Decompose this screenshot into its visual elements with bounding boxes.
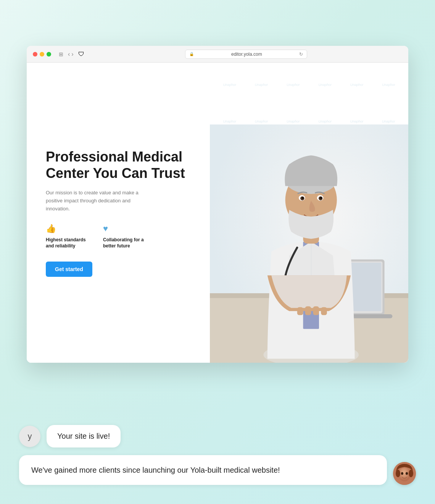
get-started-button[interactable]: Get started [46, 262, 92, 277]
hero-section: Professional Medical Center You Can Trus… [27, 63, 408, 363]
maximize-button[interactable] [47, 52, 51, 57]
forward-button[interactable]: › [71, 51, 73, 58]
svg-point-29 [406, 472, 408, 475]
svg-point-28 [401, 472, 403, 475]
back-button[interactable]: ‹ [68, 51, 70, 58]
feature-collaboration: ♥ Collaborating for a better future [103, 224, 149, 250]
site-live-bubble: Your site is live! [47, 425, 121, 447]
browser-toolbar: ⊞ ‹ › 🛡 🔒 editor.yola.com ↻ [27, 46, 408, 63]
nav-arrows: ‹ › [68, 51, 74, 58]
reload-icon[interactable]: ↻ [299, 52, 303, 57]
svg-point-27 [409, 470, 413, 477]
user-avatar-svg [393, 462, 416, 485]
thumbsup-icon: 👍 [46, 224, 92, 234]
feature-standards: 👍 Highest standards and reliability [46, 224, 92, 250]
hero-right: Unaphor Unaphor Unaphor Unaphor Unaphor … [210, 63, 408, 363]
svg-point-18 [302, 197, 303, 199]
browser-content: Professional Medical Center You Can Trus… [27, 63, 408, 363]
svg-rect-22 [313, 306, 319, 315]
shield-icon: 🛡 [78, 51, 86, 58]
yola-logo-letter: y [28, 431, 32, 441]
svg-point-19 [320, 197, 322, 199]
svg-point-25 [398, 468, 411, 481]
site-live-row: y Your site is live! [19, 425, 416, 447]
svg-rect-20 [297, 307, 303, 315]
user-avatar [393, 462, 416, 485]
feature-collaboration-label: Collaborating for a better future [103, 237, 149, 250]
hero-title: Professional Medical Center You Can Trus… [46, 149, 191, 181]
testimonial-text: We've gained more clients since launchin… [31, 466, 280, 474]
hero-features: 👍 Highest standards and reliability ♥ Co… [46, 224, 191, 250]
svg-rect-21 [305, 306, 311, 315]
site-live-text: Your site is live! [57, 432, 110, 440]
lock-icon: 🔒 [189, 52, 194, 56]
heart-icon: ♥ [103, 224, 149, 234]
address-bar[interactable]: 🔒 editor.yola.com ↻ [185, 50, 307, 59]
hero-left: Professional Medical Center You Can Trus… [27, 63, 210, 363]
sidebar-toggle-icon[interactable]: ⊞ [59, 51, 63, 57]
browser-window: ⊞ ‹ › 🛡 🔒 editor.yola.com ↻ Professional… [27, 46, 408, 363]
minimize-button[interactable] [40, 52, 44, 57]
doctor-illustration [210, 63, 408, 363]
svg-point-26 [396, 470, 400, 477]
svg-rect-23 [321, 307, 327, 315]
hero-description: Our mission is to create value and make … [46, 189, 145, 213]
feature-standards-label: Highest standards and reliability [46, 237, 92, 250]
url-text: editor.yola.com [196, 52, 297, 57]
testimonial-row: We've gained more clients since launchin… [19, 455, 416, 485]
close-button[interactable] [33, 52, 37, 57]
traffic-lights [33, 52, 51, 57]
chat-section: y Your site is live! We've gained more c… [19, 425, 416, 485]
yola-avatar: y [19, 426, 40, 447]
testimonial-bubble: We've gained more clients since launchin… [19, 455, 387, 485]
